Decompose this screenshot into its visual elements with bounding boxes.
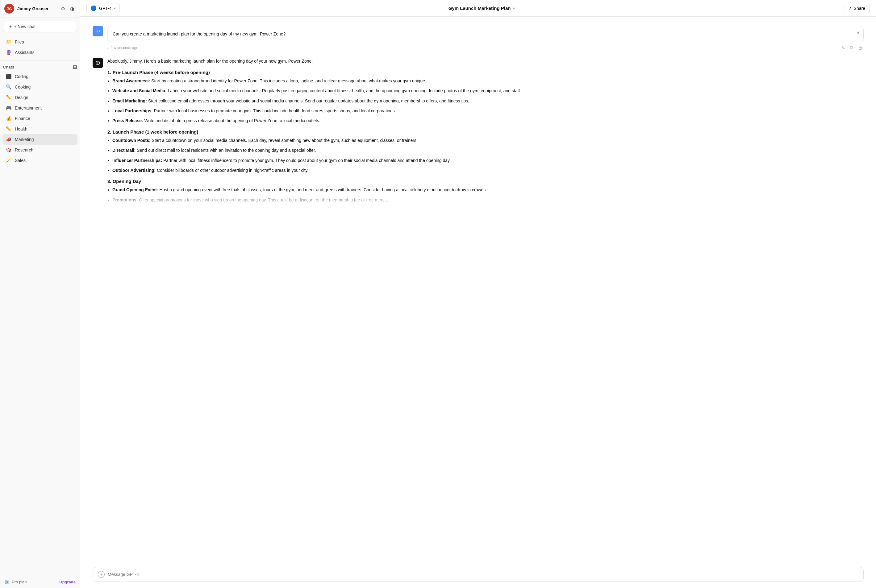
finance-icon: 💰: [6, 116, 12, 121]
svg-text:JG: JG: [96, 29, 100, 33]
chats-label: Chats: [3, 65, 14, 69]
list-item: Countdown Posts: Start a countdown on yo…: [112, 137, 864, 144]
chat-item-entertainment[interactable]: 🎮 Entertainment: [3, 103, 78, 113]
collapse-button[interactable]: ▾: [857, 29, 859, 36]
add-chat-icon[interactable]: ⊞: [73, 64, 77, 70]
delete-message-button[interactable]: 🗑: [857, 44, 864, 51]
chat-item-label: Entertainment: [15, 105, 42, 111]
username: Jimmy Greaser: [17, 6, 57, 11]
chat-item-cooking[interactable]: 🔍 Cooking: [3, 82, 78, 92]
section-3-list: Grand Opening Event: Host a grand openin…: [112, 186, 864, 203]
chat-item-marketing[interactable]: 📣 Marketing: [3, 134, 78, 145]
assistant-intro: Absolutely, Jimmy. Here's a basic market…: [107, 58, 864, 64]
share-icon: ↗: [848, 6, 852, 11]
plus-icon: ＋: [8, 24, 13, 29]
chat-item-sales[interactable]: 🪄 Sales: [3, 155, 78, 166]
user-message-text: Can you create a marketing launch plan f…: [113, 32, 285, 36]
user-message-row: JG Can you create a marketing launch pla…: [80, 23, 876, 55]
model-name: GPT-4: [99, 6, 111, 11]
chat-item-label: Finance: [15, 116, 30, 121]
list-item: Website and Social Media: Launch your we…: [112, 87, 864, 94]
main-panel: 🔵 GPT-4 ▾ Gym Launch Marketing Plan ▾ ↗ …: [80, 0, 876, 588]
list-item: Brand Awareness: Start by creating a str…: [112, 77, 864, 84]
topbar: 🔵 GPT-4 ▾ Gym Launch Marketing Plan ▾ ↗ …: [80, 0, 876, 16]
chat-item-label: Marketing: [15, 137, 34, 142]
edit-message-button[interactable]: ✎: [840, 44, 846, 51]
chat-item-label: Research: [15, 147, 33, 152]
chats-section-header: Chats ⊞: [0, 62, 80, 71]
upgrade-button[interactable]: Upgrade: [59, 580, 76, 584]
sidebar-header: JG Jimmy Greaser ⚙ ◑: [0, 0, 80, 18]
list-item: Local Partnerships: Partner with local b…: [112, 107, 864, 114]
plan-icon: ⚙️: [5, 580, 9, 584]
attach-button[interactable]: +: [98, 571, 105, 578]
marketing-icon: 📣: [6, 136, 12, 142]
pro-plan: ⚙️ Pro plan: [5, 580, 27, 584]
user-message-box: Can you create a marketing launch plan f…: [107, 26, 864, 42]
coding-icon: ⬛: [6, 74, 12, 79]
chat-item-label: Design: [15, 95, 29, 100]
chat-item-label: Health: [15, 126, 27, 131]
chevron-down-icon: ▾: [114, 6, 116, 10]
theme-toggle-button[interactable]: ◑: [69, 4, 76, 13]
chat-list: ⬛ Coding 🔍 Cooking ✏️ Design 🎮 Entertain…: [0, 71, 80, 576]
copy-message-button[interactable]: ⧉: [849, 44, 854, 51]
chat-item-label: Coding: [15, 74, 29, 79]
assistants-label: Assistants: [15, 50, 35, 55]
user-message-content: Can you create a marketing launch plan f…: [107, 26, 864, 51]
chat-item-coding[interactable]: ⬛ Coding: [3, 71, 78, 82]
list-item: Press Release: Write and distribute a pr…: [112, 117, 864, 124]
assistant-message-row: Absolutely, Jimmy. Here's a basic market…: [80, 55, 876, 210]
settings-button[interactable]: ⚙: [60, 4, 66, 13]
chat-title: Gym Launch Marketing Plan: [448, 6, 511, 11]
chat-area: JG Can you create a marketing launch pla…: [80, 16, 876, 563]
new-chat-label: + New chat: [14, 24, 36, 29]
sidebar: JG Jimmy Greaser ⚙ ◑ ＋ + New chat 📁 File…: [0, 0, 80, 588]
message-time: a few seconds ago: [107, 46, 138, 50]
chat-item-health[interactable]: ✏️ Health: [3, 124, 78, 134]
design-icon: ✏️: [6, 95, 12, 100]
list-item: Direct Mail: Send out direct mail to loc…: [112, 147, 864, 154]
chat-item-finance[interactable]: 💰 Finance: [3, 113, 78, 124]
section-2-list: Countdown Posts: Start a countdown on yo…: [112, 137, 864, 174]
avatar: JG: [5, 4, 14, 14]
research-icon: 🎲: [6, 147, 12, 153]
title-chevron-icon: ▾: [513, 6, 515, 10]
cooking-icon: 🔍: [6, 84, 12, 90]
sidebar-item-assistants[interactable]: 🔮 Assistants: [3, 47, 78, 58]
model-selector[interactable]: 🔵 GPT-4 ▾: [86, 3, 120, 13]
share-label: Share: [854, 6, 865, 11]
sidebar-icons: ⚙ ◑: [60, 4, 76, 13]
chat-title-area: Gym Launch Marketing Plan ▾: [125, 6, 838, 11]
chat-item-research[interactable]: 🎲 Research: [3, 145, 78, 155]
input-area: +: [80, 563, 876, 588]
entertainment-icon: 🎮: [6, 105, 12, 111]
section-2-heading: 2. Launch Phase (1 week before opening): [107, 129, 864, 135]
list-item: Influencer Partnerships: Partner with lo…: [112, 157, 864, 164]
section-1-heading: 1. Pre-Launch Phase (4 weeks before open…: [107, 70, 864, 75]
section-1-list: Brand Awareness: Start by creating a str…: [112, 77, 864, 124]
sidebar-item-files[interactable]: 📁 Files: [3, 37, 78, 47]
health-icon: ✏️: [6, 126, 12, 132]
list-item: Grand Opening Event: Host a grand openin…: [112, 186, 864, 193]
message-meta: a few seconds ago ✎ ⧉ 🗑: [107, 44, 864, 51]
gpt4-icon: 🔵: [90, 5, 97, 11]
section-3-heading: 3. Opening Day: [107, 178, 864, 184]
message-input[interactable]: [108, 572, 858, 577]
assistants-icon: 🔮: [6, 50, 12, 55]
sidebar-nav: 📁 Files 🔮 Assistants: [0, 36, 80, 59]
message-actions: ✎ ⧉ 🗑: [840, 44, 864, 51]
list-item: Promotions: Offer special promotions for…: [112, 196, 864, 203]
assistant-avatar: [93, 58, 103, 68]
files-icon: 📁: [6, 39, 12, 45]
assistant-message-content: Absolutely, Jimmy. Here's a basic market…: [107, 58, 864, 206]
files-label: Files: [15, 39, 24, 44]
share-button[interactable]: ↗ Share: [844, 4, 870, 13]
user-avatar: JG: [93, 26, 103, 36]
message-input-container: +: [93, 567, 864, 582]
chat-item-label: Cooking: [15, 84, 30, 90]
sidebar-footer: ⚙️ Pro plan Upgrade: [0, 576, 80, 588]
chat-item-design[interactable]: ✏️ Design: [3, 92, 78, 103]
list-item: Email Marketing: Start collecting email …: [112, 98, 864, 104]
new-chat-button[interactable]: ＋ + New chat: [4, 21, 76, 32]
